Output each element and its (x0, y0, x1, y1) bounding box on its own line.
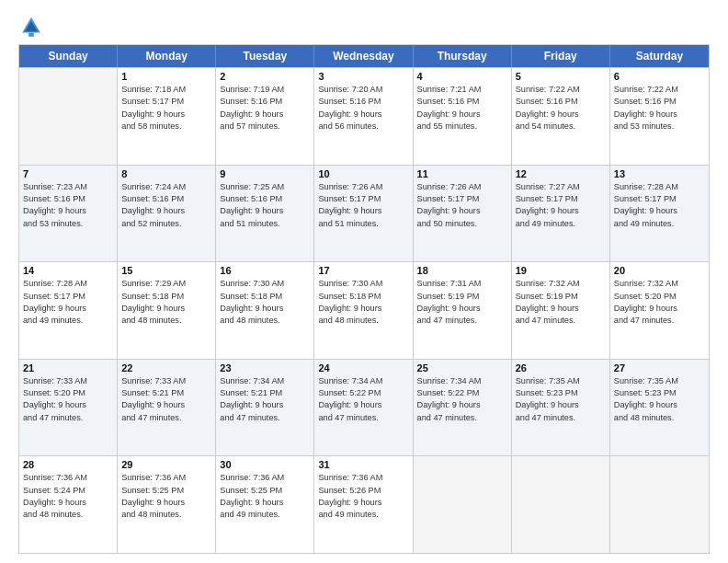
day-header-wednesday: Wednesday (314, 45, 413, 67)
cell-line: and 47 minutes. (23, 412, 113, 424)
day-header-sunday: Sunday (19, 45, 118, 67)
day-number: 7 (23, 168, 113, 179)
cell-line: Daylight: 9 hours (318, 497, 408, 509)
cell-line: Daylight: 9 hours (318, 205, 408, 217)
day-number: 21 (23, 362, 113, 373)
cell-line: Daylight: 9 hours (614, 399, 705, 411)
day-cell: 8Sunrise: 7:24 AMSunset: 5:16 PMDaylight… (118, 166, 216, 262)
day-number: 28 (23, 459, 113, 470)
logo (18, 15, 48, 40)
day-number: 10 (318, 168, 408, 179)
cell-line: and 47 minutes. (417, 315, 507, 327)
day-number: 1 (121, 71, 211, 82)
cell-line: Sunrise: 7:26 AM (318, 181, 408, 193)
cell-line: Sunrise: 7:33 AM (121, 375, 211, 387)
cell-line: and 47 minutes. (516, 412, 606, 424)
day-cell: 29Sunrise: 7:36 AMSunset: 5:25 PMDayligh… (118, 456, 216, 553)
cell-line: Sunrise: 7:26 AM (417, 181, 507, 193)
header (18, 15, 710, 40)
cell-line: Sunrise: 7:31 AM (417, 278, 507, 290)
cell-line: and 52 minutes. (121, 218, 211, 230)
cell-line: and 48 minutes. (121, 509, 211, 521)
cell-line: Sunset: 5:18 PM (318, 291, 408, 303)
cell-line: Sunset: 5:16 PM (516, 96, 606, 108)
day-cell: 15Sunrise: 7:29 AMSunset: 5:18 PMDayligh… (118, 262, 216, 359)
cell-line: and 48 minutes. (220, 315, 310, 327)
cell-line: Sunset: 5:25 PM (121, 485, 211, 497)
cell-line: Sunrise: 7:34 AM (220, 375, 310, 387)
cell-line: Daylight: 9 hours (516, 109, 606, 121)
week-row: 28Sunrise: 7:36 AMSunset: 5:24 PMDayligh… (19, 455, 709, 553)
cell-line: Sunset: 5:17 PM (516, 193, 606, 205)
day-number: 14 (23, 265, 113, 276)
day-number: 11 (417, 168, 507, 179)
cell-line: Sunrise: 7:34 AM (417, 375, 507, 387)
cell-line: Daylight: 9 hours (23, 205, 113, 217)
cell-line: Sunrise: 7:36 AM (220, 472, 310, 484)
day-number: 31 (318, 459, 408, 470)
day-number: 19 (516, 265, 606, 276)
cell-line: Sunrise: 7:30 AM (220, 278, 310, 290)
cell-line: Sunrise: 7:24 AM (121, 181, 211, 193)
cell-line: Daylight: 9 hours (417, 303, 507, 315)
cell-line: Sunset: 5:17 PM (318, 193, 408, 205)
day-number: 22 (121, 362, 211, 373)
cell-line: Daylight: 9 hours (417, 205, 507, 217)
day-cell: 13Sunrise: 7:28 AMSunset: 5:17 PMDayligh… (610, 166, 709, 262)
day-number: 3 (318, 71, 408, 82)
cell-line: Sunset: 5:17 PM (121, 96, 211, 108)
day-cell: 10Sunrise: 7:26 AMSunset: 5:17 PMDayligh… (314, 166, 413, 262)
day-number: 13 (614, 168, 705, 179)
cell-line: Sunset: 5:16 PM (318, 96, 408, 108)
cell-line: Sunrise: 7:36 AM (23, 472, 113, 484)
day-header-thursday: Thursday (414, 45, 512, 67)
cell-line: and 48 minutes. (23, 509, 113, 521)
cell-line: Daylight: 9 hours (516, 205, 606, 217)
calendar: SundayMondayTuesdayWednesdayThursdayFrid… (18, 44, 710, 554)
day-number: 20 (614, 265, 705, 276)
day-number: 17 (318, 265, 408, 276)
day-cell: 1Sunrise: 7:18 AMSunset: 5:17 PMDaylight… (118, 68, 216, 165)
cell-line: Sunset: 5:18 PM (220, 291, 310, 303)
day-number: 26 (516, 362, 606, 373)
cell-line: Sunrise: 7:32 AM (516, 278, 606, 290)
day-cell: 21Sunrise: 7:33 AMSunset: 5:20 PMDayligh… (19, 360, 118, 456)
day-number: 29 (121, 459, 211, 470)
cell-line: Sunrise: 7:22 AM (614, 84, 705, 96)
cell-line: and 48 minutes. (318, 315, 408, 327)
cell-line: and 55 minutes. (417, 121, 507, 132)
cell-line: Sunset: 5:22 PM (318, 387, 408, 399)
logo-icon (18, 15, 44, 40)
day-cell: 11Sunrise: 7:26 AMSunset: 5:17 PMDayligh… (414, 166, 512, 262)
cell-line: and 53 minutes. (614, 121, 705, 132)
cell-line: and 51 minutes. (220, 218, 310, 230)
cell-line: Daylight: 9 hours (516, 303, 606, 315)
day-cell: 4Sunrise: 7:21 AMSunset: 5:16 PMDaylight… (414, 68, 512, 165)
day-number: 6 (614, 71, 705, 82)
day-header-monday: Monday (118, 45, 216, 67)
cell-line: and 47 minutes. (417, 412, 507, 424)
cell-line: and 54 minutes. (516, 121, 606, 132)
cell-line: Daylight: 9 hours (318, 303, 408, 315)
day-cell: 24Sunrise: 7:34 AMSunset: 5:22 PMDayligh… (314, 360, 413, 456)
day-cell: 27Sunrise: 7:35 AMSunset: 5:23 PMDayligh… (610, 360, 709, 456)
cell-line: Sunrise: 7:36 AM (121, 472, 211, 484)
day-cell (414, 456, 512, 553)
cell-line: Daylight: 9 hours (220, 303, 310, 315)
cell-line: Sunset: 5:20 PM (614, 291, 705, 303)
day-header-friday: Friday (512, 45, 610, 67)
day-cell: 16Sunrise: 7:30 AMSunset: 5:18 PMDayligh… (216, 262, 314, 359)
cell-line: and 47 minutes. (220, 412, 310, 424)
day-number: 23 (220, 362, 310, 373)
cell-line: Sunrise: 7:34 AM (318, 375, 408, 387)
cell-line: and 49 minutes. (23, 315, 113, 327)
cell-line: Sunrise: 7:20 AM (318, 84, 408, 96)
cell-line: Sunrise: 7:21 AM (417, 84, 507, 96)
cell-line: and 48 minutes. (614, 412, 705, 424)
cell-line: Daylight: 9 hours (121, 303, 211, 315)
cell-line: Daylight: 9 hours (23, 399, 113, 411)
cell-line: Daylight: 9 hours (614, 205, 705, 217)
week-row: 21Sunrise: 7:33 AMSunset: 5:20 PMDayligh… (19, 359, 709, 456)
cell-line: Daylight: 9 hours (417, 109, 507, 121)
cell-line: Sunrise: 7:23 AM (23, 181, 113, 193)
